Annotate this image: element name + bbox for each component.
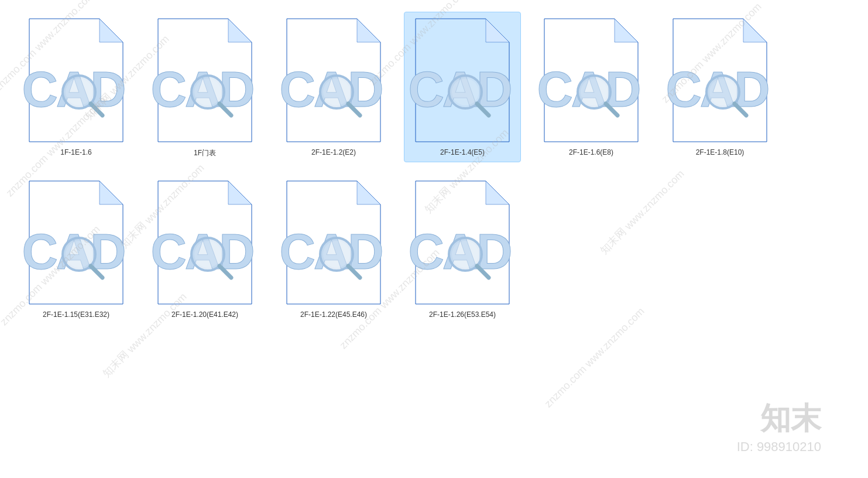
svg-point-26 xyxy=(66,241,92,268)
cad-file-icon: CAD xyxy=(410,16,515,145)
file-item[interactable]: CAD2F-1E-1.2(E2) xyxy=(275,12,392,162)
file-item[interactable]: CAD2F-1E-1.15(E31.E32) xyxy=(18,174,135,323)
cad-file-icon: CAD xyxy=(667,16,773,145)
file-item[interactable]: CAD2F-1E-1.4(E5) xyxy=(404,12,521,162)
file-item[interactable]: CAD2F-1E-1.22(E45.E46) xyxy=(275,174,392,323)
file-label: 2F-1E-1.4(E5) xyxy=(440,148,485,156)
cad-file-icon: CAD xyxy=(152,16,258,145)
file-label: 1F-1E-1.6 xyxy=(60,148,91,156)
file-label: 2F-1E-1.26(E53.E54) xyxy=(429,310,496,319)
cad-file-icon: CAD xyxy=(152,178,258,307)
file-item[interactable]: CAD2F-1E-1.20(E41.E42) xyxy=(146,174,263,323)
svg-point-34 xyxy=(323,241,350,268)
brand-watermark: 知末 ID: 998910210 xyxy=(737,398,821,455)
file-item[interactable]: CAD2F-1E-1.6(E8) xyxy=(533,12,650,162)
cad-file-icon: CAD xyxy=(23,178,129,307)
svg-point-38 xyxy=(452,241,479,268)
file-label: 2F-1E-1.22(E45.E46) xyxy=(300,310,367,319)
svg-point-10 xyxy=(323,78,350,105)
cad-file-icon: CAD xyxy=(410,178,515,307)
cad-file-icon: CAD xyxy=(281,16,386,145)
cad-file-icon: CAD xyxy=(281,178,386,307)
file-label: 2F-1E-1.20(E41.E42) xyxy=(171,310,238,319)
cad-file-icon: CAD xyxy=(538,16,644,145)
file-label: 1F门表 xyxy=(194,148,216,158)
file-item[interactable]: CAD2F-1E-1.26(E53.E54) xyxy=(404,174,521,323)
file-label: 2F-1E-1.6(E8) xyxy=(569,148,613,156)
svg-point-30 xyxy=(194,241,221,268)
file-grid: CAD1F-1E-1.6 CAD1F门表 xyxy=(0,0,868,334)
svg-point-22 xyxy=(709,78,736,105)
brand-id-text: ID: 998910210 xyxy=(737,439,821,455)
file-label: 2F-1E-1.2(E2) xyxy=(311,148,356,156)
file-label: 2F-1E-1.8(E10) xyxy=(696,148,745,156)
brand-zh-text: 知末 xyxy=(737,398,821,439)
file-item[interactable]: CAD1F-1E-1.6 xyxy=(18,12,135,162)
file-item[interactable]: CAD2F-1E-1.8(E10) xyxy=(661,12,778,162)
svg-point-2 xyxy=(66,78,92,105)
file-label: 2F-1E-1.15(E31.E32) xyxy=(43,310,109,319)
file-item[interactable]: CAD1F门表 xyxy=(146,12,263,162)
svg-point-14 xyxy=(452,78,479,105)
svg-point-18 xyxy=(581,78,608,105)
svg-point-6 xyxy=(194,78,221,105)
cad-file-icon: CAD xyxy=(23,16,129,145)
